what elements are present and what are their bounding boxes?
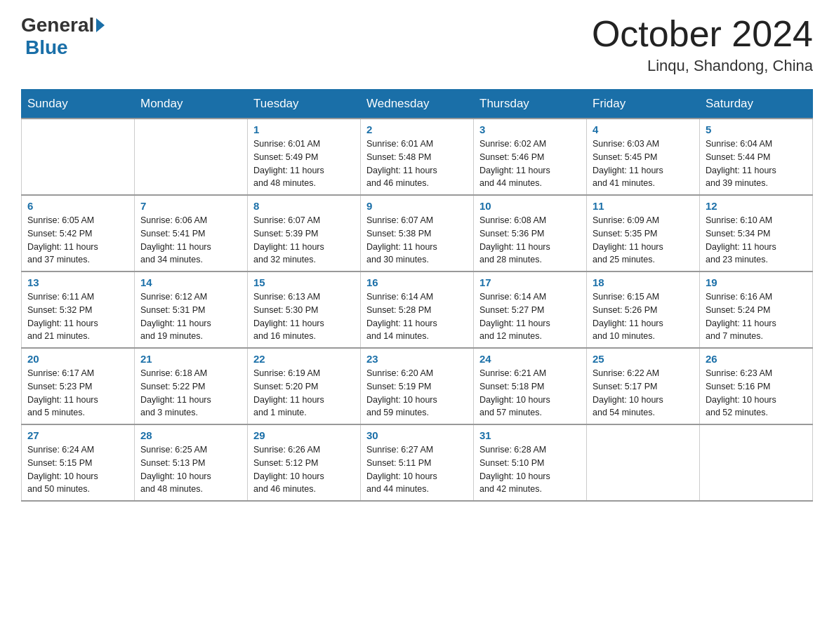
calendar-cell: 2Sunrise: 6:01 AM Sunset: 5:48 PM Daylig… (361, 119, 474, 195)
day-number: 19 (706, 276, 807, 288)
logo-general-text: General (21, 14, 94, 36)
day-info: Sunrise: 6:22 AM Sunset: 5:17 PM Dayligh… (593, 367, 694, 420)
calendar-cell: 4Sunrise: 6:03 AM Sunset: 5:45 PM Daylig… (587, 119, 700, 195)
weekday-header-wednesday: Wednesday (361, 90, 474, 119)
calendar-cell: 18Sunrise: 6:15 AM Sunset: 5:26 PM Dayli… (587, 271, 700, 348)
calendar-cell: 25Sunrise: 6:22 AM Sunset: 5:17 PM Dayli… (587, 348, 700, 424)
calendar-cell (700, 424, 813, 501)
day-info: Sunrise: 6:12 AM Sunset: 5:31 PM Dayligh… (140, 290, 241, 343)
calendar-cell: 19Sunrise: 6:16 AM Sunset: 5:24 PM Dayli… (700, 271, 813, 348)
day-number: 16 (366, 276, 468, 288)
day-number: 26 (706, 353, 807, 365)
weekday-header-tuesday: Tuesday (248, 90, 361, 119)
day-number: 28 (140, 429, 241, 441)
day-info: Sunrise: 6:06 AM Sunset: 5:41 PM Dayligh… (140, 214, 241, 267)
calendar-cell: 13Sunrise: 6:11 AM Sunset: 5:32 PM Dayli… (22, 271, 135, 348)
day-number: 25 (593, 353, 694, 365)
calendar-cell: 20Sunrise: 6:17 AM Sunset: 5:23 PM Dayli… (22, 348, 135, 424)
calendar-cell: 22Sunrise: 6:19 AM Sunset: 5:20 PM Dayli… (248, 348, 361, 424)
calendar-cell: 28Sunrise: 6:25 AM Sunset: 5:13 PM Dayli… (135, 424, 248, 501)
calendar-cell: 9Sunrise: 6:07 AM Sunset: 5:38 PM Daylig… (361, 195, 474, 271)
day-info: Sunrise: 6:24 AM Sunset: 5:15 PM Dayligh… (27, 443, 128, 496)
day-info: Sunrise: 6:17 AM Sunset: 5:23 PM Dayligh… (27, 367, 128, 420)
day-number: 30 (366, 429, 468, 441)
day-number: 5 (706, 123, 807, 135)
day-number: 3 (479, 123, 581, 135)
calendar-cell (135, 119, 248, 195)
day-number: 29 (253, 429, 355, 441)
day-info: Sunrise: 6:03 AM Sunset: 5:45 PM Dayligh… (593, 137, 694, 190)
day-number: 1 (253, 123, 355, 135)
calendar-cell: 7Sunrise: 6:06 AM Sunset: 5:41 PM Daylig… (135, 195, 248, 271)
weekday-header-thursday: Thursday (474, 90, 587, 119)
day-number: 2 (366, 123, 468, 135)
day-number: 4 (593, 123, 694, 135)
weekday-header-saturday: Saturday (700, 90, 813, 119)
day-info: Sunrise: 6:28 AM Sunset: 5:10 PM Dayligh… (479, 443, 581, 496)
calendar-cell: 3Sunrise: 6:02 AM Sunset: 5:46 PM Daylig… (474, 119, 587, 195)
day-info: Sunrise: 6:26 AM Sunset: 5:12 PM Dayligh… (253, 443, 355, 496)
day-info: Sunrise: 6:27 AM Sunset: 5:11 PM Dayligh… (366, 443, 468, 496)
day-number: 10 (479, 200, 581, 212)
calendar-cell: 5Sunrise: 6:04 AM Sunset: 5:44 PM Daylig… (700, 119, 813, 195)
day-info: Sunrise: 6:08 AM Sunset: 5:36 PM Dayligh… (479, 214, 581, 267)
weekday-header-friday: Friday (587, 90, 700, 119)
calendar-cell: 10Sunrise: 6:08 AM Sunset: 5:36 PM Dayli… (474, 195, 587, 271)
day-info: Sunrise: 6:14 AM Sunset: 5:28 PM Dayligh… (366, 290, 468, 343)
calendar-cell: 29Sunrise: 6:26 AM Sunset: 5:12 PM Dayli… (248, 424, 361, 501)
day-info: Sunrise: 6:05 AM Sunset: 5:42 PM Dayligh… (27, 214, 128, 267)
day-info: Sunrise: 6:20 AM Sunset: 5:19 PM Dayligh… (366, 367, 468, 420)
weekday-header-sunday: Sunday (22, 90, 135, 119)
day-info: Sunrise: 6:01 AM Sunset: 5:49 PM Dayligh… (253, 137, 355, 190)
day-info: Sunrise: 6:10 AM Sunset: 5:34 PM Dayligh… (706, 214, 807, 267)
day-info: Sunrise: 6:25 AM Sunset: 5:13 PM Dayligh… (140, 443, 241, 496)
day-info: Sunrise: 6:13 AM Sunset: 5:30 PM Dayligh… (253, 290, 355, 343)
day-info: Sunrise: 6:01 AM Sunset: 5:48 PM Dayligh… (366, 137, 468, 190)
day-number: 8 (253, 200, 355, 212)
day-number: 12 (706, 200, 807, 212)
calendar-cell: 24Sunrise: 6:21 AM Sunset: 5:18 PM Dayli… (474, 348, 587, 424)
calendar-cell: 17Sunrise: 6:14 AM Sunset: 5:27 PM Dayli… (474, 271, 587, 348)
day-number: 22 (253, 353, 355, 365)
day-number: 27 (27, 429, 128, 441)
day-number: 6 (27, 200, 128, 212)
day-number: 21 (140, 353, 241, 365)
calendar-week-row: 6Sunrise: 6:05 AM Sunset: 5:42 PM Daylig… (22, 195, 813, 271)
day-number: 31 (479, 429, 581, 441)
calendar-cell: 23Sunrise: 6:20 AM Sunset: 5:19 PM Dayli… (361, 348, 474, 424)
day-info: Sunrise: 6:14 AM Sunset: 5:27 PM Dayligh… (479, 290, 581, 343)
calendar-cell: 16Sunrise: 6:14 AM Sunset: 5:28 PM Dayli… (361, 271, 474, 348)
calendar-cell: 1Sunrise: 6:01 AM Sunset: 5:49 PM Daylig… (248, 119, 361, 195)
day-info: Sunrise: 6:09 AM Sunset: 5:35 PM Dayligh… (593, 214, 694, 267)
calendar-cell (22, 119, 135, 195)
day-info: Sunrise: 6:23 AM Sunset: 5:16 PM Dayligh… (706, 367, 807, 420)
logo-blue-text: Blue (25, 36, 68, 59)
calendar-cell: 15Sunrise: 6:13 AM Sunset: 5:30 PM Dayli… (248, 271, 361, 348)
day-info: Sunrise: 6:07 AM Sunset: 5:38 PM Dayligh… (366, 214, 468, 267)
logo: General Blue (21, 14, 105, 59)
calendar-cell: 26Sunrise: 6:23 AM Sunset: 5:16 PM Dayli… (700, 348, 813, 424)
calendar-cell: 21Sunrise: 6:18 AM Sunset: 5:22 PM Dayli… (135, 348, 248, 424)
calendar-cell (587, 424, 700, 501)
day-info: Sunrise: 6:16 AM Sunset: 5:24 PM Dayligh… (706, 290, 807, 343)
day-number: 9 (366, 200, 468, 212)
month-year-title: October 2024 (592, 14, 813, 54)
day-number: 20 (27, 353, 128, 365)
calendar-cell: 30Sunrise: 6:27 AM Sunset: 5:11 PM Dayli… (361, 424, 474, 501)
calendar-cell: 31Sunrise: 6:28 AM Sunset: 5:10 PM Dayli… (474, 424, 587, 501)
weekday-header-monday: Monday (135, 90, 248, 119)
day-number: 14 (140, 276, 241, 288)
day-number: 24 (479, 353, 581, 365)
day-info: Sunrise: 6:02 AM Sunset: 5:46 PM Dayligh… (479, 137, 581, 190)
calendar-cell: 6Sunrise: 6:05 AM Sunset: 5:42 PM Daylig… (22, 195, 135, 271)
calendar-table: SundayMondayTuesdayWednesdayThursdayFrid… (21, 89, 813, 502)
day-info: Sunrise: 6:15 AM Sunset: 5:26 PM Dayligh… (593, 290, 694, 343)
title-block: October 2024 Linqu, Shandong, China (592, 14, 813, 75)
page-header: General Blue October 2024 Linqu, Shandon… (21, 14, 813, 75)
calendar-header-row: SundayMondayTuesdayWednesdayThursdayFrid… (22, 90, 813, 119)
calendar-cell: 8Sunrise: 6:07 AM Sunset: 5:39 PM Daylig… (248, 195, 361, 271)
calendar-week-row: 27Sunrise: 6:24 AM Sunset: 5:15 PM Dayli… (22, 424, 813, 501)
day-number: 18 (593, 276, 694, 288)
calendar-week-row: 20Sunrise: 6:17 AM Sunset: 5:23 PM Dayli… (22, 348, 813, 424)
logo-triangle-icon (96, 18, 105, 32)
